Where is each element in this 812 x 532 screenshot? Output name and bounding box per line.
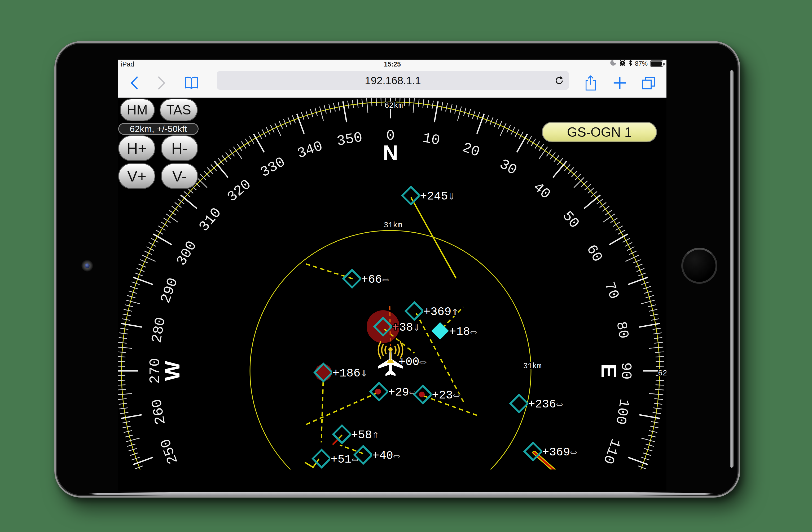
compass-tick (118, 357, 126, 357)
compass-tick (362, 99, 363, 107)
compass-tick (338, 102, 340, 110)
compass-number: 350 (336, 129, 364, 149)
compass-number: 50 (559, 208, 582, 232)
antenna-wave-left (378, 341, 381, 359)
share-button[interactable] (581, 68, 600, 98)
compass-tick (121, 415, 142, 418)
compass-tick (118, 394, 132, 395)
compass-tick (641, 438, 655, 442)
compass-tick (118, 399, 127, 400)
compass-tick (432, 101, 433, 109)
compass-tick (348, 101, 349, 109)
radar-page: 0102030405060708090100110120130140150160… (118, 98, 666, 491)
compass-tick (654, 342, 663, 343)
home-button[interactable] (681, 248, 717, 284)
forward-button[interactable] (154, 68, 170, 98)
ring-distance-label: 31km (523, 362, 541, 371)
compass-tick (200, 174, 206, 180)
compass-number: 10 (421, 130, 441, 149)
alarm-icon (619, 60, 626, 68)
compass-tick (409, 98, 409, 106)
compass-tick (656, 380, 664, 381)
h-plus-button[interactable]: H+ (118, 135, 155, 161)
radar-display: 0102030405060708090100110120130140150160… (118, 98, 666, 470)
antenna-wave-left (382, 344, 383, 356)
antenna-wave-right (395, 346, 396, 354)
target-label: +186⇓ (332, 367, 367, 380)
status-bar: iPad 15:25 (118, 60, 666, 68)
v-minus-button[interactable]: V- (161, 163, 198, 189)
url-text: 192.168.1.1 (217, 75, 569, 87)
traffic-target: +369⇑ (406, 302, 458, 320)
back-button[interactable] (126, 68, 142, 98)
front-camera (82, 260, 93, 271)
compass-tick (320, 106, 323, 120)
browser-toolbar: 192.168.1.1 (118, 68, 666, 98)
compass-tick (418, 99, 419, 107)
alert-circle (315, 364, 332, 381)
compass-tick (651, 422, 659, 423)
compass-tick (653, 333, 662, 334)
traffic-target: +18⇔ (431, 322, 477, 340)
compass-tick (653, 408, 662, 409)
compass-tick (118, 342, 127, 343)
reload-icon[interactable] (554, 75, 565, 87)
target-trail-dashed (306, 393, 378, 425)
compass-tick (275, 123, 281, 136)
compass-tick (118, 347, 132, 349)
compass-number: 340 (295, 138, 325, 162)
target-trail-dashed (321, 382, 323, 442)
ipad-device: iPad 15:25 (54, 41, 740, 498)
compass-tick (649, 394, 663, 395)
compass-tick (581, 181, 588, 187)
compass-number: 20 (460, 139, 482, 160)
compass-tick (413, 98, 414, 113)
camera-lens-icon (85, 263, 90, 268)
compass-tick (118, 352, 126, 352)
compass-tick (118, 389, 126, 390)
target-dot (419, 391, 425, 397)
compass-tick (352, 100, 354, 108)
compass-tick (119, 408, 128, 409)
battery-percent-label: 87% (635, 60, 648, 67)
compass-tick (126, 438, 140, 442)
compass-tick (458, 106, 461, 120)
compass-number: 300 (173, 238, 200, 269)
compass-tick (343, 102, 347, 122)
hm-button[interactable]: HM (120, 99, 155, 121)
new-tab-button[interactable] (610, 68, 629, 98)
compass-number: 60 (583, 242, 606, 265)
compass-tick (641, 300, 655, 304)
tas-button[interactable]: TAS (160, 99, 198, 121)
status-icons: 87% (610, 60, 663, 68)
compass-tick (441, 102, 443, 110)
target-label: +18⇔ (449, 325, 477, 338)
range-status-label: 62km, +/-50kft (118, 123, 199, 135)
target-label: +00⇔ (398, 355, 426, 369)
compass-number: 40 (530, 179, 553, 203)
address-bar[interactable]: 192.168.1.1 (217, 71, 569, 90)
bookmarks-button[interactable] (182, 68, 201, 98)
compass-tick (500, 123, 506, 136)
compass-tick (423, 99, 424, 108)
compass-tick (122, 319, 130, 320)
tabs-button[interactable] (639, 68, 658, 98)
ring-distance-label: 31km (383, 221, 402, 230)
screen: iPad 15:25 (118, 60, 666, 491)
compass-tick (357, 99, 358, 108)
compass-tick (126, 300, 140, 304)
compass-tick (653, 328, 661, 329)
target-dot (375, 389, 381, 395)
target-label: +40⇔ (372, 449, 400, 462)
compass-letter: E (597, 364, 621, 378)
compass-tick (654, 338, 663, 339)
h-minus-button[interactable]: H- (161, 135, 198, 161)
station-button[interactable]: GS-OGN 1 (542, 122, 657, 142)
target-diamond (402, 187, 420, 204)
ownship: +00⇔ (378, 341, 426, 376)
compass-tick (119, 333, 128, 334)
traffic-target: +29⇔ (370, 383, 416, 400)
compass-tick (142, 255, 156, 261)
antenna-wave-right (397, 344, 399, 356)
v-plus-button[interactable]: V+ (118, 163, 155, 189)
